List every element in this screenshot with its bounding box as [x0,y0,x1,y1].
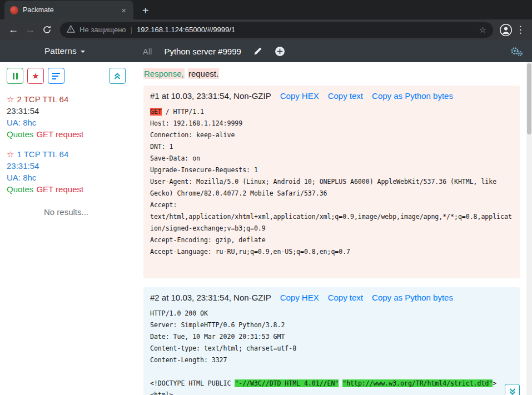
packet-block: #2 at 10.03, 23:31:54, Non-GZIPCopy HEXC… [143,287,520,395]
stream-title[interactable]: 2 TCP TTL 64 [17,93,68,105]
packmate-favicon-icon [10,6,18,14]
packet-list: #1 at 10.03, 23:31:54, Non-GZIPCopy HEXC… [143,86,520,395]
address-bar[interactable]: Не защищено | 192.168.1.124:65000/#/9999… [60,22,493,38]
stream-user-agent[interactable]: UA: 8hc [7,172,126,183]
tab-title: Packmate [23,6,115,14]
tab-python-server[interactable]: Python server #9999 [164,47,241,56]
browser-tab[interactable]: Packmate × [4,1,133,19]
packet-header: #1 at 10.03, 23:31:54, Non-GZIP [150,91,271,101]
favorite-star-icon[interactable]: ☆ [7,148,14,160]
legend-segment: Response, [143,68,185,79]
copy-python-bytes-link[interactable]: Copy as Python bytes [372,293,453,302]
content-area: ★ ☆2 TCP TTL 6423:31:54UA: 8hcQuotesGET … [0,62,532,395]
stream-time: 23:31:54 [7,105,126,117]
no-results-label: No results... [7,207,126,217]
stream-list: ☆2 TCP TTL 6423:31:54UA: 8hcQuotesGET re… [7,93,126,195]
forward-icon[interactable]: → [22,22,38,38]
stream-entry[interactable]: ☆1 TCP TTL 6423:31:54UA: 8hcQuotesGET re… [7,148,126,195]
pattern-tag: Quotes [7,184,33,194]
security-status-label: Не защищено [79,26,126,34]
pattern-tag: Quotes [7,129,33,139]
pattern-highlight: "-//W3C//DTD HTML 4.01//EN" [235,379,339,387]
scrollbar-thumb[interactable] [527,63,531,134]
stream-time: 23:31:54 [7,160,126,172]
copy-python-bytes-link[interactable]: Copy as Python bytes [372,91,453,101]
favorites-filter-button[interactable]: ★ [27,68,44,84]
app-navbar: Patterns All Python server #9999 [0,40,532,62]
service-tabs: All Python server #9999 [143,46,285,57]
stream-tags: QuotesGET request [7,183,126,195]
bookmark-star-icon[interactable]: ☆ [479,25,486,35]
scroll-to-bottom-button[interactable] [505,384,520,395]
reload-icon[interactable] [39,22,54,38]
star-icon: ★ [32,71,39,81]
filter-button[interactable] [48,68,64,84]
new-tab-button[interactable]: + [142,5,149,16]
pattern-tag: GET request [36,129,83,139]
add-service-icon[interactable] [275,46,285,57]
stream-tags: QuotesGET request [7,128,126,140]
chevron-down-icon [81,51,85,53]
pattern-tag: GET request [36,184,83,194]
pattern-highlight: "http://www.w3.org/TR/html4/strict.dtd" [342,379,493,387]
copy-text-link[interactable]: Copy text [328,91,363,101]
copy-hex-link[interactable]: Copy HEX [280,293,319,302]
packet-content: GET / HTTP/1.1Host: 192.168.1.124:9999Co… [150,106,513,269]
collapse-top-button[interactable] [109,68,126,84]
browser-tab-strip: Packmate × + [0,0,532,19]
tab-all-services[interactable]: All [143,47,152,56]
browser-menu-icon[interactable]: ⋮ [514,24,526,36]
legend-segment [185,68,188,79]
url-text[interactable]: 192.168.1.124:65000/#/9999/1 [137,26,475,34]
vertical-scrollbar[interactable] [526,62,532,395]
patterns-dropdown[interactable]: Patterns [44,46,85,56]
pattern-legend: Response, request. [143,69,520,78]
legend-segment: request. [188,68,219,79]
copy-hex-link[interactable]: Copy HEX [280,91,319,101]
pause-icon [13,73,18,79]
profile-avatar-icon[interactable] [499,23,513,37]
browser-toolbar: ← → Не защищено | 192.168.1.124:65000/#/… [0,19,532,40]
url-separator: | [131,26,132,34]
packet-header: #2 at 10.03, 23:31:54, Non-GZIP [150,293,271,302]
packet-stream-panel: Response, request. #1 at 10.03, 23:31:54… [132,62,526,395]
not-secure-warning-icon [67,25,75,34]
stream-title[interactable]: 1 TCP TTL 64 [17,148,68,160]
stream-user-agent[interactable]: UA: 8hc [7,117,126,128]
packet-content: HTTP/1.0 200 OKServer: SimpleHTTP/0.6 Py… [150,308,513,395]
settings-gears-icon[interactable] [510,46,523,57]
favorite-star-icon[interactable]: ☆ [7,93,14,105]
sidebar-toolbar: ★ [7,68,126,84]
pattern-highlight: GET [150,108,162,116]
filter-lines-icon [52,73,60,79]
patterns-label: Patterns [44,46,77,56]
double-chevron-up-icon [113,72,121,80]
tab-close-icon[interactable]: × [120,6,128,15]
stream-entry[interactable]: ☆2 TCP TTL 6423:31:54UA: 8hcQuotesGET re… [7,93,126,140]
edit-service-icon[interactable] [253,47,262,56]
copy-text-link[interactable]: Copy text [328,293,363,302]
packet-block: #1 at 10.03, 23:31:54, Non-GZIPCopy HEXC… [143,86,520,278]
pause-capture-button[interactable] [7,68,23,84]
double-chevron-down-icon [509,388,516,395]
stream-sidebar: ★ ☆2 TCP TTL 6423:31:54UA: 8hcQuotesGET … [0,62,132,395]
back-icon[interactable]: ← [6,22,21,38]
